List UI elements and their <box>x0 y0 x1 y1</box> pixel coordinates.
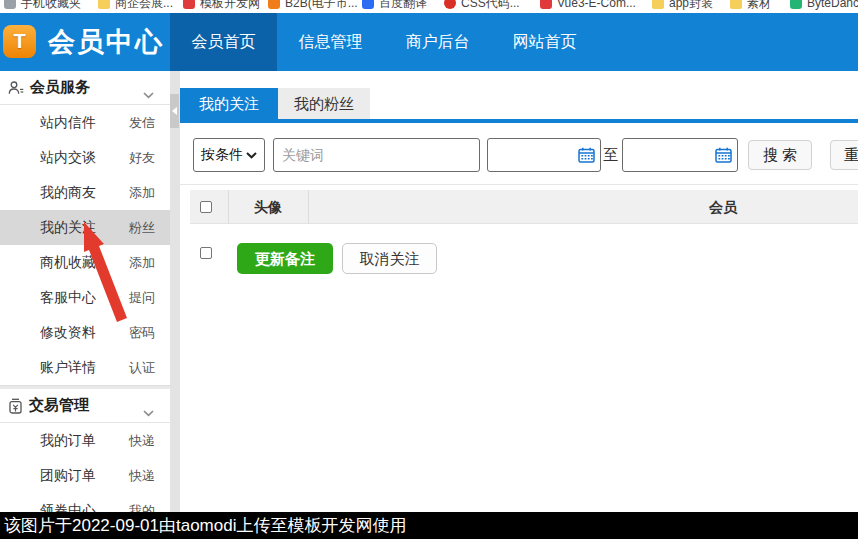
sidebar-item-label: 修改资料 <box>40 315 96 350</box>
trade-management-icon <box>8 398 23 414</box>
sidebar-item-quicklink[interactable]: 我的 <box>129 493 155 512</box>
watermark-bar: 该图片于2022-09-01由taomodi上传至模板开发网使用 <box>0 512 858 539</box>
sidebar-item-label: 领券中心 <box>40 493 96 512</box>
bookmark-label: 模板开发网 <box>200 0 260 10</box>
bookmark-label: 素材 <box>747 0 771 10</box>
chevron-down-icon <box>143 85 154 103</box>
folder-icon <box>98 0 110 9</box>
sidebar-item-customer-service[interactable]: 客服中心提问 <box>0 280 170 315</box>
row-checkbox[interactable] <box>200 247 212 259</box>
date-from-field[interactable] <box>487 138 601 172</box>
sidebar-item-quicklink[interactable]: 提问 <box>129 280 155 315</box>
nav-item-member-home[interactable]: 会员首页 <box>170 13 277 71</box>
sidebar-item-quicklink[interactable]: 密码 <box>129 315 155 350</box>
bookmark-item[interactable]: app封装 <box>652 0 713 10</box>
sidebar-section-title: 会员服务 <box>30 78 90 97</box>
sidebar-section-trade-management[interactable]: 交易管理 <box>0 389 170 423</box>
bookmark-item[interactable]: CSS代码... <box>444 0 520 10</box>
update-note-button[interactable]: 更新备注 <box>237 243 333 274</box>
sidebar-item-group-orders[interactable]: 团购订单快递 <box>0 458 170 493</box>
sidebar-gutter <box>170 71 180 512</box>
table-header: 头像 会员 <box>190 190 858 224</box>
sidebar-item-quicklink[interactable]: 粉丝 <box>129 210 155 245</box>
sidebar-item-edit-profile[interactable]: 修改资料密码 <box>0 315 170 350</box>
sidebar-item-quicklink[interactable]: 好友 <box>129 140 155 175</box>
sidebar-item-chat[interactable]: 站内交谈好友 <box>0 140 170 175</box>
sidebar-item-quicklink[interactable]: 快递 <box>129 458 155 493</box>
nav-item-merchant-back[interactable]: 商户后台 <box>384 13 491 71</box>
bookmark-label: 百度翻译 <box>379 0 427 10</box>
browser-bookmarks-bar: 手机收藏夹 商企会展... 模板开发网 B2B(电子市... 百度翻译 CSS代… <box>0 0 858 13</box>
nav-item-info-manage[interactable]: 信息管理 <box>277 13 384 71</box>
member-services-icon <box>8 80 24 96</box>
calendar-icon[interactable] <box>715 147 732 167</box>
sidebar-item-label: 我的商友 <box>40 175 96 210</box>
sidebar-collapse-handle[interactable] <box>170 94 179 128</box>
translate-icon <box>362 0 374 9</box>
unfollow-button[interactable]: 取消关注 <box>342 243 437 274</box>
sidebar-item-label: 客服中心 <box>40 280 96 315</box>
bookmark-item[interactable]: 手机收藏夹 <box>4 0 81 10</box>
chevron-down-icon <box>143 403 154 421</box>
sidebar-item-quicklink[interactable]: 添加 <box>129 245 155 280</box>
sidebar-item-quicklink[interactable]: 认证 <box>129 350 155 385</box>
tab-my-follows[interactable]: 我的关注 <box>180 88 278 119</box>
site-icon <box>183 0 195 9</box>
sidebar-item-business-friends[interactable]: 我的商友添加 <box>0 175 170 210</box>
sidebar-section-member-services[interactable]: 会员服务 <box>0 71 170 105</box>
bookmark-label: ByteDance <box>807 0 858 10</box>
reset-button[interactable]: 重 置 <box>830 140 858 170</box>
bookmark-item[interactable]: 商企会展... <box>98 0 173 10</box>
site-icon <box>790 0 802 9</box>
sidebar-item-quicklink[interactable]: 发信 <box>129 105 155 140</box>
site-icon <box>540 0 552 9</box>
bookmark-item[interactable]: Vue3-E-Com... <box>540 0 636 10</box>
select-chevron-icon <box>246 152 257 159</box>
bookmark-item[interactable]: B2B(电子市... <box>268 0 358 10</box>
condition-select-value: 按条件 <box>201 146 243 164</box>
folder-icon <box>730 0 742 9</box>
sidebar-item-quicklink[interactable]: 添加 <box>129 175 155 210</box>
collapse-left-icon <box>172 107 177 115</box>
page-title: 会员中心 <box>48 13 164 71</box>
sidebar-item-coupon-center[interactable]: 领券中心我的 <box>0 493 170 512</box>
tab-my-fans[interactable]: 我的粉丝 <box>278 88 370 119</box>
bookmark-label: B2B(电子市... <box>285 0 358 10</box>
sidebar-item-label: 站内信件 <box>40 105 96 140</box>
filter-divider <box>180 184 858 185</box>
sidebar-item-my-follows[interactable]: 我的关注粉丝 <box>0 210 170 245</box>
sidebar-item-label: 商机收藏 <box>40 245 96 280</box>
folder-icon <box>652 0 664 9</box>
bookmark-item[interactable]: 模板开发网 <box>183 0 260 10</box>
bookmark-label: 商企会展... <box>115 0 173 10</box>
sidebar-item-opportunity-favorites[interactable]: 商机收藏添加 <box>0 245 170 280</box>
sidebar-section-title: 交易管理 <box>29 396 89 415</box>
site-icon <box>268 0 280 9</box>
bookmark-item[interactable]: ByteDance <box>790 0 858 10</box>
date-range-to-label: 至 <box>603 138 618 172</box>
device-icon <box>4 0 16 9</box>
bookmark-label: app封装 <box>669 0 713 10</box>
bookmark-item[interactable]: 百度翻译 <box>362 0 427 10</box>
app-logo: T <box>3 25 36 58</box>
header-nav: 会员首页 信息管理 商户后台 网站首页 <box>170 13 598 71</box>
calendar-icon[interactable] <box>578 147 595 167</box>
sidebar-item-quicklink[interactable]: 快递 <box>129 423 155 458</box>
date-to-field[interactable] <box>622 138 738 172</box>
bookmark-label: Vue3-E-Com... <box>557 0 636 10</box>
bookmark-label: 手机收藏夹 <box>21 0 81 10</box>
bookmark-item[interactable]: 素材 <box>730 0 771 10</box>
bookmark-label: CSS代码... <box>461 0 520 10</box>
sidebar-item-mail[interactable]: 站内信件发信 <box>0 105 170 140</box>
search-button[interactable]: 搜 索 <box>748 140 812 170</box>
keyword-input[interactable] <box>273 138 480 172</box>
sidebar-item-my-orders[interactable]: 我的订单快递 <box>0 423 170 458</box>
select-all-checkbox[interactable] <box>200 201 212 213</box>
sidebar-item-label: 我的关注 <box>40 210 96 245</box>
nav-item-site-home[interactable]: 网站首页 <box>491 13 598 71</box>
condition-select[interactable]: 按条件 <box>193 138 265 172</box>
sidebar-item-account-details[interactable]: 账户详情认证 <box>0 350 170 385</box>
tab-underline <box>180 119 858 123</box>
column-header-member: 会员 <box>308 190 858 224</box>
column-header-avatar: 头像 <box>228 190 308 224</box>
